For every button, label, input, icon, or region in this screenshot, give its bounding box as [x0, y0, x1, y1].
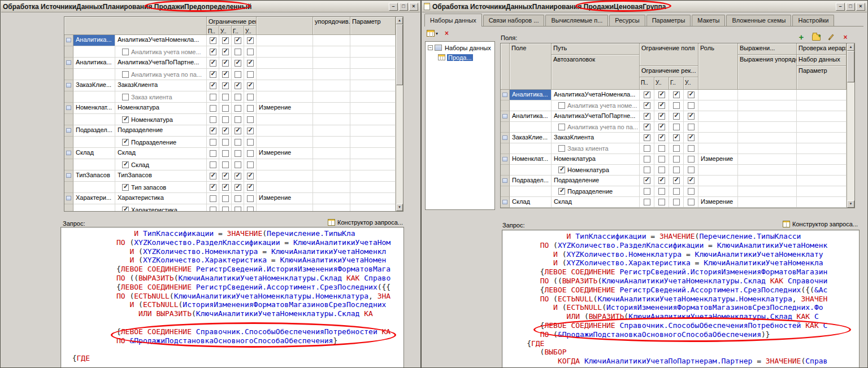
- cell-role[interactable]: [698, 122, 738, 133]
- cell-field[interactable]: ЗаказКлие...: [73, 80, 115, 91]
- field-row[interactable]: Аналитика...АналитикаУчетаНоменкла...: [501, 90, 847, 100]
- cell-role[interactable]: [257, 91, 313, 103]
- cell-expression[interactable]: [313, 80, 350, 91]
- column-header[interactable]: У..: [684, 77, 698, 90]
- cell-restriction-flag[interactable]: [654, 176, 669, 186]
- cell-field[interactable]: Аналитика...: [510, 90, 552, 100]
- cell-extra[interactable]: [350, 137, 396, 148]
- field-row[interactable]: Аналитика...АналитикаУчетаПоПартне...: [64, 58, 396, 69]
- add-dataset-button[interactable]: ▾: [426, 29, 439, 38]
- cell-extra[interactable]: [350, 148, 396, 159]
- cell-field[interactable]: [73, 137, 115, 148]
- restriction-checkbox[interactable]: [673, 199, 680, 205]
- restriction-checkbox[interactable]: [688, 102, 695, 109]
- restriction-checkbox[interactable]: [688, 124, 695, 130]
- restriction-checkbox[interactable]: [644, 124, 650, 130]
- restriction-checkbox[interactable]: [247, 139, 254, 146]
- cell-field[interactable]: Аналитика...: [73, 35, 115, 46]
- cell-restriction-flag[interactable]: [232, 35, 244, 46]
- cell-field[interactable]: Аналитика...: [73, 58, 115, 69]
- restriction-checkbox[interactable]: [222, 82, 229, 89]
- cell-role[interactable]: [257, 125, 313, 137]
- restriction-checkbox[interactable]: [210, 184, 216, 191]
- restriction-checkbox[interactable]: [247, 116, 254, 123]
- cell-restriction-flag[interactable]: [232, 103, 244, 114]
- restriction-checkbox[interactable]: [210, 116, 216, 123]
- cell-restriction-flag[interactable]: [207, 69, 219, 80]
- cell-restriction-flag[interactable]: [684, 90, 698, 100]
- cell-field[interactable]: [73, 182, 115, 193]
- field-row[interactable]: Номенклатура: [501, 165, 847, 176]
- maximize-button[interactable]: □: [846, 3, 855, 11]
- cell-restriction-flag[interactable]: [244, 137, 257, 148]
- cell-restriction-flag[interactable]: [244, 35, 257, 46]
- field-row[interactable]: Склад: [64, 159, 396, 170]
- cell-restriction-flag[interactable]: [207, 46, 219, 58]
- cell-role[interactable]: Измерение: [257, 148, 313, 159]
- column-header[interactable]: Ограничение рек...: [640, 66, 698, 77]
- field-row[interactable]: Номенклат...НоменклатураИзмерение: [64, 103, 396, 114]
- cell-path[interactable]: Подразделение: [552, 186, 640, 197]
- cell-role[interactable]: [257, 114, 313, 125]
- cell-expression[interactable]: [313, 125, 350, 137]
- cell-expression[interactable]: [313, 46, 350, 58]
- cell-expression[interactable]: [738, 122, 797, 133]
- cell-path[interactable]: Характеристика: [115, 204, 207, 211]
- field-row[interactable]: Аналитика учета по па...: [64, 69, 396, 80]
- restriction-checkbox[interactable]: [222, 139, 229, 146]
- column-header[interactable]: Поле: [510, 43, 552, 90]
- restriction-checkbox[interactable]: [222, 161, 229, 168]
- restriction-checkbox[interactable]: [222, 37, 229, 44]
- cell-role[interactable]: [698, 90, 738, 100]
- restriction-checkbox[interactable]: [688, 134, 695, 141]
- restriction-checkbox[interactable]: [688, 113, 695, 120]
- cell-restriction-flag[interactable]: [244, 182, 257, 193]
- field-row[interactable]: Аналитика учета номе...: [64, 46, 396, 58]
- cell-restriction-flag[interactable]: [669, 111, 684, 122]
- restriction-checkbox[interactable]: [222, 71, 229, 78]
- field-use-checkbox[interactable]: [122, 71, 129, 78]
- query-builder-link[interactable]: Конструктор запроса...: [328, 219, 403, 226]
- cell-path[interactable]: АналитикаУчетаПоПартне...: [115, 58, 207, 69]
- cell-restriction-flag[interactable]: [654, 154, 669, 165]
- add-field-button[interactable]: +: [796, 33, 806, 42]
- cell-field[interactable]: [510, 143, 552, 154]
- cell-restriction-flag[interactable]: [219, 114, 232, 125]
- cell-restriction-flag[interactable]: [232, 91, 244, 103]
- cell-restriction-flag[interactable]: [207, 125, 219, 137]
- restriction-checkbox[interactable]: [688, 156, 695, 163]
- cell-restriction-flag[interactable]: [232, 125, 244, 137]
- field-use-checkbox[interactable]: [558, 167, 565, 173]
- cell-field[interactable]: Склад: [510, 197, 552, 208]
- restriction-checkbox[interactable]: [210, 71, 216, 78]
- collapse-icon[interactable]: [428, 45, 433, 50]
- restriction-checkbox[interactable]: [210, 94, 216, 100]
- cell-path[interactable]: Склад: [552, 197, 640, 208]
- cell-extra[interactable]: [797, 100, 847, 111]
- cell-restriction-flag[interactable]: [669, 133, 684, 143]
- restriction-checkbox[interactable]: [658, 124, 665, 130]
- restriction-checkbox[interactable]: [222, 105, 229, 112]
- field-row[interactable]: Аналитика...АналитикаУчетаНоменкла...: [64, 35, 396, 46]
- close-button[interactable]: ×: [856, 3, 865, 11]
- cell-restriction-flag[interactable]: [244, 91, 257, 103]
- cell-extra[interactable]: [797, 122, 847, 133]
- column-header[interactable]: У..: [219, 26, 232, 35]
- cell-path[interactable]: Номенклатура: [552, 154, 640, 165]
- cell-field[interactable]: ЗаказКлие...: [510, 133, 552, 143]
- restriction-checkbox[interactable]: [247, 105, 254, 112]
- cell-field[interactable]: [510, 122, 552, 133]
- restriction-checkbox[interactable]: [644, 199, 650, 205]
- query-editor-right[interactable]: И ТипКлассификации = ЗНАЧЕНИЕ(Перечислен…: [502, 230, 860, 367]
- cell-role[interactable]: [257, 35, 313, 46]
- scroll-thumb[interactable]: [847, 51, 854, 82]
- cell-expression[interactable]: [313, 35, 350, 46]
- cell-expression[interactable]: [313, 193, 350, 204]
- cell-expression[interactable]: [313, 137, 350, 148]
- cell-restriction-flag[interactable]: [244, 80, 257, 91]
- tab-0[interactable]: Наборы данных: [424, 14, 482, 27]
- cell-expression[interactable]: [313, 182, 350, 193]
- restriction-checkbox[interactable]: [222, 195, 229, 202]
- cell-path[interactable]: АналитикаУчетаПоПартне...: [552, 111, 640, 122]
- cell-restriction-flag[interactable]: [219, 204, 232, 211]
